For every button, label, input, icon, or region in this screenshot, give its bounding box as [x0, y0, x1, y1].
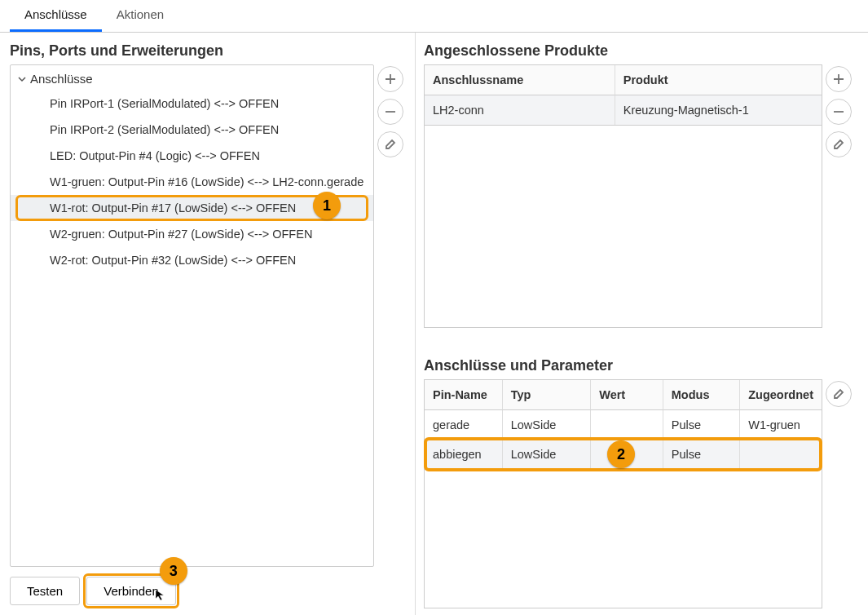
tab-actions[interactable]: Aktionen [102, 0, 178, 32]
tree-item-selected[interactable]: W1-rot: Output-Pin #17 (LowSide) <--> OF… [11, 195, 373, 221]
cell: Pulse [663, 440, 740, 469]
products-panel: Angeschlossene Produkte Anschlussname Pr… [424, 39, 858, 341]
disclosure-icon[interactable] [17, 74, 27, 84]
edit-button[interactable] [377, 131, 403, 157]
tree-item-label: W2-gruen: Output-Pin #27 (LowSide) <--> … [50, 228, 312, 241]
cell [591, 410, 663, 440]
pencil-icon [832, 387, 845, 400]
add-button[interactable] [826, 66, 852, 92]
tree-item[interactable]: W2-gruen: Output-Pin #27 (LowSide) <--> … [11, 221, 373, 247]
tree-item-label: Pin IRPort-2 (SerialModulated) <--> OFFE… [50, 123, 279, 136]
parameters-panel: Anschlüsse und Parameter Pin-Name Typ We… [424, 354, 858, 608]
tree-toolbar [377, 64, 410, 157]
cell: abbiegen [425, 440, 503, 469]
tab-connections[interactable]: Anschlüsse [10, 0, 102, 32]
callout-badge-2: 2 [607, 440, 635, 468]
right-panel: Angeschlossene Produkte Anschlussname Pr… [416, 33, 868, 615]
callout-badge-3: 3 [160, 557, 187, 585]
col-product: Produkt [615, 65, 822, 95]
tree-item[interactable]: W2-rot: Output-Pin #32 (LowSide) <--> OF… [11, 247, 373, 273]
remove-button[interactable] [826, 99, 852, 125]
add-button[interactable] [377, 66, 403, 92]
parameters-toolbar [826, 379, 858, 407]
table-row[interactable]: gerade LowSide Pulse W1-gruen [425, 410, 822, 440]
col-pin-name: Pin-Name [425, 380, 503, 410]
table-row[interactable]: LH2-conn Kreuzung-Magnetisch-1 [425, 95, 822, 125]
parameters-table-empty-area [424, 470, 822, 608]
cell: LowSide [503, 410, 591, 440]
callout-badge-1: 1 [313, 192, 341, 219]
cell-conn: LH2-conn [425, 95, 615, 125]
edit-button[interactable] [826, 381, 852, 407]
tree-root[interactable]: Anschlüsse [11, 67, 373, 91]
edit-button[interactable] [826, 131, 852, 157]
tree-item[interactable]: Pin IRPort-2 (SerialModulated) <--> OFFE… [11, 117, 373, 143]
pencil-icon [384, 138, 397, 151]
connections-tree[interactable]: Anschlüsse Pin IRPort-1 (SerialModulated… [10, 64, 374, 567]
left-panel: Pins, Ports und Erweiterungen Anschlüsse… [0, 33, 416, 615]
cell: gerade [425, 410, 503, 440]
cell [740, 440, 822, 469]
tree-item-label: W1-gruen: Output-Pin #16 (LowSide) <--> … [50, 175, 364, 188]
col-type: Typ [503, 380, 591, 410]
connect-button-label: Verbinden [104, 584, 159, 598]
pencil-icon [832, 138, 845, 151]
test-button[interactable]: Testen [10, 577, 80, 605]
col-assigned: Zugeordnet [740, 380, 822, 410]
test-button-label: Testen [27, 584, 63, 598]
col-connection-name: Anschlussname [425, 65, 615, 95]
tree-item[interactable]: W1-gruen: Output-Pin #16 (LowSide) <--> … [11, 169, 373, 195]
cell: LowSide [503, 440, 591, 469]
minus-icon [384, 105, 397, 118]
products-toolbar [826, 64, 858, 157]
tab-bar: Anschlüsse Aktionen [0, 0, 868, 33]
connect-button[interactable]: Verbinden [86, 577, 176, 605]
parameters-title: Anschlüsse und Parameter [424, 357, 858, 374]
cursor-icon [154, 588, 167, 601]
tree-item[interactable]: LED: Output-Pin #4 (Logic) <--> OFFEN [11, 143, 373, 169]
products-table[interactable]: Anschlussname Produkt LH2-conn Kreuzung-… [424, 64, 822, 126]
tree-item-label: Pin IRPort-1 (SerialModulated) <--> OFFE… [50, 97, 279, 110]
col-value: Wert [591, 380, 663, 410]
products-table-empty-area [424, 126, 822, 328]
minus-icon [832, 105, 845, 118]
left-footer: Testen Verbinden 3 [10, 567, 410, 608]
cell: Pulse [663, 410, 740, 440]
tree-item-label: W2-rot: Output-Pin #32 (LowSide) <--> OF… [50, 254, 296, 267]
col-mode: Modus [663, 380, 740, 410]
tree-root-label: Anschlüsse [30, 72, 93, 86]
tree-item-label: W1-rot: Output-Pin #17 (LowSide) <--> OF… [50, 201, 296, 215]
remove-button[interactable] [377, 99, 403, 125]
tree-item[interactable]: Pin IRPort-1 (SerialModulated) <--> OFFE… [11, 91, 373, 117]
cell: W1-gruen [740, 410, 822, 440]
tree-item-label: LED: Output-Pin #4 (Logic) <--> OFFEN [50, 149, 260, 162]
left-panel-title: Pins, Ports und Erweiterungen [10, 42, 410, 60]
cell-prod: Kreuzung-Magnetisch-1 [615, 95, 822, 125]
plus-icon [832, 73, 845, 86]
plus-icon [384, 73, 397, 86]
products-title: Angeschlossene Produkte [424, 42, 858, 60]
